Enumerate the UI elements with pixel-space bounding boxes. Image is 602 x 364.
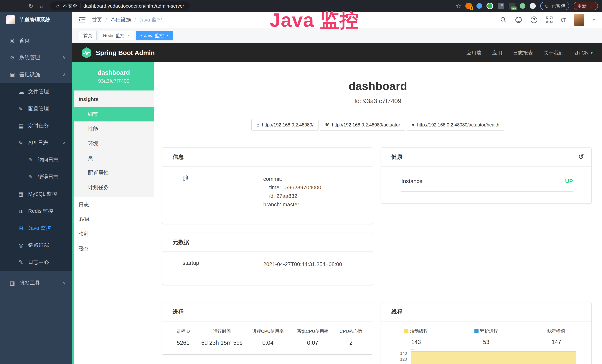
col-value: 6d 23h 15m 59s [199, 340, 246, 346]
sba-brand[interactable]: Spring Boot Admin [81, 47, 155, 59]
sba-sidebar-item-scheduled-tasks[interactable]: 计划任务 [74, 180, 154, 195]
sidebar-item-label: 文件管理 [28, 88, 49, 95]
extension-icon-switch[interactable]: on [509, 3, 516, 9]
sba-sidebar-item-environment[interactable]: 环境 [74, 136, 154, 151]
sidebar-item-dev-tools[interactable]: ▥ 研发工具 ∨ [0, 274, 72, 291]
git-id-line: id: 27aa832 [263, 192, 321, 200]
sba-sidebar-item-config-props[interactable]: 配置属性 [74, 165, 154, 180]
legend-live-threads: 活动线程 143 [381, 328, 451, 345]
browser-reload-icon[interactable]: ↻ [29, 3, 33, 9]
sba-main-content: dashboard Id: 93a3fc7f7409 ⌂ http://192.… [154, 62, 602, 364]
sidebar-fold-icon[interactable] [79, 17, 86, 23]
sba-nav-applications[interactable]: 应用 [492, 50, 502, 56]
sidebar-item-label: Java 监控 [28, 225, 51, 232]
update-browser-button[interactable]: 更新 ⋮ [574, 2, 598, 10]
sba-nav-wallboard[interactable]: 应用墙 [466, 50, 481, 56]
instance-links: ⌂ http://192.168.0.2:48080/ ⚒ http://192… [154, 119, 602, 130]
browser-menu-dots-icon[interactable]: ⋮ [590, 3, 594, 9]
sba-sidebar: dashboard 93a3fc7f7409 Insights 细节 性能 环境… [74, 62, 154, 364]
extension-icon-leaf[interactable] [520, 3, 526, 9]
health-url-button[interactable]: ♥ http://192.168.0.2:48080/actuator/heal… [407, 119, 504, 130]
threads-card: 线程 活动线程 143 [381, 302, 591, 364]
col-header: 进程ID [168, 328, 199, 334]
legend-label: 活动线程 [410, 328, 428, 334]
sba-sidebar-item-jvm[interactable]: JVM [74, 212, 154, 227]
git-time-line: time: 1596289704000 [263, 183, 321, 192]
sidebar-item-mysql-monitor[interactable]: ▦ MySQL 监控 [0, 185, 72, 203]
github-icon[interactable] [515, 16, 522, 23]
sba-brand-title: Spring Boot Admin [96, 49, 155, 57]
history-icon[interactable]: ↺ [578, 153, 584, 161]
sidebar-item-redis-monitor[interactable]: ≋ Redis 监控 [0, 203, 72, 220]
sidebar-item-system-mgmt[interactable]: ⚙ 系统管理 ∨ [0, 49, 72, 66]
sidebar-item-api-logs[interactable]: ✎ API 日志 ∧ [0, 134, 72, 151]
sba-sidebar-item-mappings[interactable]: 映射 [74, 227, 154, 241]
sidebar-item-config-mgmt[interactable]: ✎ 配置管理 [0, 100, 72, 117]
sba-sidebar-item-details[interactable]: 细节 [74, 107, 154, 121]
sidebar-item-log-center[interactable]: ✎ 日志中心 [0, 254, 72, 271]
close-icon[interactable]: × [166, 33, 169, 38]
not-secure-warning-icon: ⚠ [56, 3, 60, 9]
service-url-button[interactable]: ⌂ http://192.168.0.2:48080/ [251, 119, 319, 130]
sidebar-item-infrastructure[interactable]: ▣ 基础设施 ∧ [0, 66, 72, 83]
sidebar-item-tracing[interactable]: ◎ 链路追踪 [0, 237, 72, 254]
sba-nav-about[interactable]: 关于我们 [544, 50, 564, 56]
sidebar-item-access-logs[interactable]: ✎ 访问日志 [0, 151, 72, 168]
close-icon[interactable]: × [127, 33, 129, 38]
actuator-url-button[interactable]: ⚒ http://192.168.0.2:48080/actuator [320, 119, 405, 130]
info-card-title: 信息 [162, 148, 373, 167]
sba-sidebar-item-logs[interactable]: 日志 [74, 197, 154, 212]
active-dot-icon: ● [140, 34, 142, 37]
sidebar-item-home[interactable]: ◉ 首页 [0, 32, 72, 49]
search-icon[interactable] [500, 17, 506, 23]
col-header: CPU核心数 [335, 328, 367, 334]
sba-navbar: Spring Boot Admin 应用墙 应用 日志报表 关于我们 zh-CN… [72, 43, 602, 62]
sidebar-item-scheduled-jobs[interactable]: ▤ 定时任务 [0, 117, 72, 134]
extension-icon-orange[interactable]: 1 [465, 3, 472, 9]
app-logo[interactable]: 芋道管理系统 [0, 12, 72, 28]
layers-icon: ≋ [19, 208, 28, 214]
sba-locale-select[interactable]: zh-CN ▾ [574, 50, 593, 56]
extension-icon-blue-pin[interactable] [476, 3, 482, 9]
col-header: 系统CPU使用率 [290, 328, 335, 334]
legend-peak-threads: 线程峰值 147 [521, 328, 591, 345]
address-bar[interactable]: ⚠ 不安全 dashboard.yudao.iocoder.cn/infra/a… [50, 1, 190, 11]
browser-forward-icon[interactable]: → [16, 3, 22, 9]
sba-sidebar-item-caches[interactable]: 缓存 [74, 241, 154, 256]
gear-icon: ⚙ [10, 54, 19, 61]
sba-nav-journal[interactable]: 日志报表 [513, 50, 533, 56]
browser-back-icon[interactable]: ← [4, 3, 10, 9]
sidebar-item-file-mgmt[interactable]: ☁ 文件管理 [0, 83, 72, 100]
browser-home-icon[interactable]: ⌂ [40, 3, 43, 9]
y-tick-100: 100 [392, 363, 407, 364]
sidebar-item-java-monitor[interactable]: ⊞ Java 监控 [0, 220, 72, 237]
heartbeat-icon: ♥ [412, 122, 414, 128]
extension-icon-green[interactable] [486, 3, 493, 9]
breadcrumb-home[interactable]: 首页 [92, 16, 110, 23]
help-icon[interactable]: ? [531, 17, 537, 23]
tab-home[interactable]: 首页 [79, 31, 97, 40]
edit-icon: ✎ [19, 140, 28, 146]
breadcrumb-infrastructure[interactable]: 基础设施 [110, 16, 139, 23]
git-commit-line: commit: [263, 175, 321, 183]
chevron-up-icon: ∧ [63, 140, 66, 145]
dashboard-icon: ◉ [10, 37, 19, 44]
sba-sidebar-item-classes[interactable]: 类 [74, 151, 154, 165]
tab-java-monitor[interactable]: ● Java 监控 × [136, 31, 173, 40]
font-size-icon[interactable]: tT [561, 17, 566, 23]
extensions-puzzle-icon[interactable] [530, 3, 536, 9]
profile-paused-chip[interactable]: ☺ 已暂停 [540, 2, 569, 10]
bookmark-star-icon[interactable]: ☆ [456, 2, 461, 10]
sidebar-item-label: 配置管理 [28, 105, 49, 112]
sidebar-item-error-logs[interactable]: ✎ 错误日志 [0, 168, 72, 185]
extension-icon-tiles[interactable] [498, 3, 504, 9]
info-card: 信息 git commit: time: 1596289704000 id: 2… [162, 148, 373, 224]
legend-daemon-threads: 守护进程 53 [451, 328, 521, 345]
tab-redis-monitor[interactable]: Redis 监控 × [99, 31, 134, 40]
avatar-caret-icon[interactable]: ▾ [593, 17, 595, 22]
sba-sidebar-item-metrics[interactable]: 性能 [74, 121, 154, 136]
process-col-sys-cpu: 系统CPU使用率 0.07 [290, 328, 335, 346]
user-avatar[interactable] [574, 14, 584, 26]
fullscreen-icon[interactable] [546, 17, 552, 23]
sba-instance-header[interactable]: dashboard 93a3fc7f7409 [74, 62, 154, 90]
